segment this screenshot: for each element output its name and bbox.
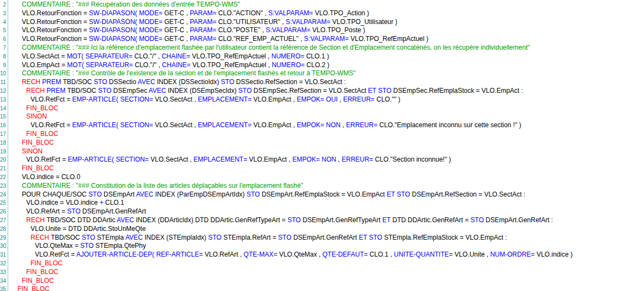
code-token: SEPARATEUR= — [85, 52, 133, 60]
code-token: PARAM= — [190, 26, 217, 34]
code-token: VLO.indice = VLO.indice — [26, 199, 99, 206]
code-token: NUMERO= — [271, 52, 304, 60]
code-line[interactable]: COMMENTAIRE : "### Ici la référence d'em… — [8, 44, 644, 52]
code-token: ET — [387, 191, 395, 198]
code-token: STO — [82, 234, 95, 241]
code-line[interactable]: VLO.RetFct = EMP-ARTICLE( SECTION= VLO.S… — [8, 156, 644, 164]
code-line[interactable]: VLO.EmpAct = MOT( SEPARATEUR= CLO."/" , … — [8, 61, 644, 70]
code-line[interactable]: VLO.RetourFonction = SW-DIAPASON( MODE= … — [8, 26, 644, 35]
code-token: FIN_BLOC — [22, 139, 54, 146]
code-line[interactable]: SINON — [8, 147, 644, 156]
code-token: INDEX (ParEmpDSEmpArtIdx) — [153, 191, 247, 198]
code-line[interactable]: FIN_BLOC — [8, 259, 644, 268]
code-token: VLO.RetFct = — [26, 156, 68, 163]
code-line[interactable]: POUR CHAQUE/SOC STO DSEmpArt AVEC INDEX … — [8, 191, 644, 199]
code-token: VLO.indice = CLO.0 — [22, 173, 80, 181]
code-line[interactable]: VLO.QteMax = STO STEmpla.QtePhy — [8, 242, 644, 251]
code-token: VLO.RetFct = — [31, 96, 72, 103]
line-number: 6 — [0, 35, 8, 44]
code-line[interactable]: RECH PREM TBD/SOC STO DSEmpSec AVEC INDE… — [8, 87, 644, 96]
code-token: DSEmpSec.RefEmplaStock = VLO.EmpAct : — [391, 87, 523, 94]
code-token: DSSectio.RefSection = VLO.SectAct : — [234, 78, 345, 86]
code-token: STO — [247, 191, 260, 198]
code-token: POUR CHAQUE/SOC — [22, 191, 88, 198]
code-token: DSEmpArt — [102, 191, 136, 198]
code-token: SECTION= — [120, 121, 153, 129]
line-number: 33 — [0, 268, 8, 277]
code-token: CLO.1 — [103, 199, 124, 206]
code-line[interactable]: VLO.indice = VLO.indice + CLO.1 — [8, 199, 644, 207]
code-line[interactable]: VLO.RetFct = EMP-ARTICLE( SECTION= VLO.S… — [8, 121, 644, 130]
line-number: 23 — [0, 182, 8, 191]
line-number: 16 — [0, 121, 8, 130]
code-token: STO — [67, 207, 80, 215]
code-token: VLO.TPO_RefEmpActuel ) — [349, 35, 428, 43]
code-token: CLO."UTILISATEUR" , — [216, 18, 285, 26]
code-token: ET — [359, 234, 367, 241]
code-line[interactable]: COMMENTAIRE : "### Récupération des donn… — [8, 1, 644, 9]
code-token: PARAM= — [190, 9, 217, 17]
code-token: SW-DIAPASON( — [89, 9, 137, 17]
code-token: SW-DIAPASON( — [89, 26, 137, 34]
line-number: 32 — [0, 259, 8, 268]
code-token: VLO.RefArt , — [203, 251, 244, 258]
code-line[interactable]: SINON — [8, 112, 644, 121]
code-line[interactable]: VLO.RetFct = EMP-ARTICLE( SECTION= VLO.S… — [8, 96, 644, 104]
code-line[interactable]: COMMENTAIRE : "### Contrôle de l'existen… — [8, 69, 644, 78]
code-token: VLO.SectAct , — [149, 156, 194, 163]
code-token: INDEX (STEmplaIdx) — [142, 234, 208, 241]
code-token: FIN_BLOC — [22, 164, 54, 172]
code-token: VLO.RetFct = — [31, 121, 72, 129]
code-line[interactable]: VLO.RetourFonction = SW-DIAPASON( MODE= … — [8, 9, 644, 18]
code-line[interactable]: VLO.RetFct = AJOUTER-ARTICLE-DEP( REF-AR… — [8, 251, 644, 259]
code-line[interactable]: VLO.SectAct = MOT( SEPARATEUR= CLO."/" ,… — [8, 52, 644, 61]
code-token: NUM-ORDRE= — [490, 251, 535, 258]
code-line[interactable]: VLO.RefArt = STO DSEmpArt.GenRefArt — [8, 207, 644, 216]
code-token: STO — [80, 242, 93, 250]
code-token: VLO.Unite , — [452, 251, 490, 258]
code-token: SECTION= — [120, 96, 153, 103]
code-line[interactable]: VLO.indice = CLO.0 — [8, 173, 644, 182]
code-line[interactable]: VLO.RetourFonction = SW-DIAPASON( MODE= … — [8, 18, 644, 27]
code-token: STO — [369, 234, 382, 241]
code-line[interactable]: FIN_BLOC — [8, 164, 644, 173]
code-token: RECH — [26, 216, 45, 224]
code-token: FIN_BLOC — [22, 277, 54, 284]
code-token: VLO.SectAct = — [22, 52, 67, 60]
code-token: VLO.SectAct , — [153, 96, 198, 103]
code-token: CLO."ACTION" , — [216, 9, 268, 17]
code-token: CLO."Section inconnue!" ) — [373, 156, 451, 163]
code-token: VLO.TPO_RefEmpActuel , — [190, 61, 272, 69]
code-token: VLO.QteMax = — [35, 242, 80, 250]
code-line[interactable]: COMMENTAIRE : "### Constitution de la li… — [8, 182, 644, 191]
code-line[interactable]: FIN_BLOC — [8, 104, 644, 113]
code-token: ET — [383, 216, 391, 224]
code-token: QTE-DEFAUT= — [323, 251, 368, 258]
code-token: NON — [326, 121, 341, 129]
line-number: 11 — [0, 78, 8, 87]
code-line[interactable]: FIN_BLOC — [8, 277, 644, 286]
code-line[interactable]: VLO.RetourFonction = SW-DIAPASON( MODE= … — [8, 35, 644, 44]
code-line[interactable]: FIN_BLOC — [8, 268, 644, 277]
code-token: STO — [378, 87, 391, 94]
line-number: 21 — [0, 164, 8, 173]
code-token: STEmpla.QtePhy — [94, 242, 146, 250]
code-token: , — [338, 96, 343, 103]
code-token: SINON — [26, 112, 47, 120]
line-number: 24 — [0, 191, 8, 199]
code-line[interactable]: RECH TBD/SOC STO STEmpla AVEC INDEX (STE… — [8, 234, 644, 242]
code-token: VLO.EmpAct , — [247, 156, 293, 163]
code-line[interactable]: FIN_BLOC — [8, 285, 644, 291]
code-token: SECTION= — [116, 156, 148, 163]
line-number: 8 — [0, 52, 8, 61]
code-line[interactable]: RECH PREM TBD/SOC STO DSSectio AVEC INDE… — [8, 78, 644, 87]
code-area[interactable]: COMMENTAIRE : "### Récupération des donn… — [8, 0, 644, 291]
code-token: PARAM= — [190, 35, 217, 43]
code-token: DSEmpArt.GenRefArt — [80, 207, 146, 215]
code-line[interactable]: VLO.Unite = DTD DDArtic.StoUnMeQte — [8, 225, 644, 234]
code-token: CHAINE= — [162, 52, 190, 60]
code-line[interactable]: RECH TBD/SOC DTD DDArtic AVEC INDEX (DDA… — [8, 216, 644, 225]
code-line[interactable]: FIN_BLOC — [8, 139, 644, 147]
code-line[interactable]: FIN_BLOC — [8, 130, 644, 139]
code-editor[interactable]: 2345678910111213141516171819202122232425… — [0, 0, 644, 291]
